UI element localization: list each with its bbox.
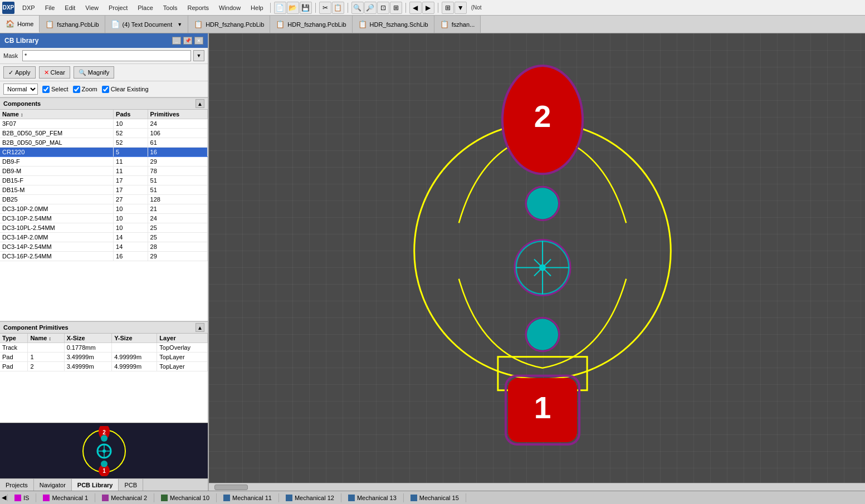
forward-icon[interactable]: ▶: [422, 2, 434, 14]
panel-minimize-btn[interactable]: _: [172, 37, 181, 45]
panel-close-btn[interactable]: ×: [194, 37, 203, 45]
table-row[interactable]: DC3-14P-2.54MM 14 28: [0, 242, 208, 252]
menu-reports[interactable]: Reports: [183, 3, 213, 12]
prim-col-xsize[interactable]: X-Size: [64, 334, 112, 343]
tab-home[interactable]: 🏠 Home: [0, 16, 40, 33]
tab-fszhang-pcblib[interactable]: 📋 fszhang.PcbLib: [40, 16, 105, 33]
layer-tab-mechanical-11[interactable]: Mechanical 11: [217, 493, 279, 502]
layer-tab-mechanical-15[interactable]: Mechanical 15: [404, 493, 466, 502]
primitives-row[interactable]: Pad 1 3.49999m 4.99999m TopLayer: [0, 353, 208, 362]
layer-tab-label: Mechanical 2: [111, 495, 147, 501]
tab-hdr-pcblib-1[interactable]: 📋 HDR_fszhang.PcbLib: [188, 16, 270, 33]
copy-icon[interactable]: 📋: [332, 2, 344, 14]
col-primitives[interactable]: Primitives: [148, 110, 207, 119]
menu-help[interactable]: Help: [246, 3, 268, 12]
table-row[interactable]: DC3-16P-2.54MM 16 29: [0, 252, 208, 261]
select-checkbox[interactable]: [42, 86, 50, 93]
col-pads[interactable]: Pads: [114, 110, 148, 119]
cut-icon[interactable]: ✂: [319, 2, 331, 14]
zoom-fit-icon[interactable]: ⊡: [377, 2, 389, 14]
layer-tab-mechanical-1[interactable]: Mechanical 1: [36, 493, 95, 502]
menu-view[interactable]: View: [81, 3, 103, 12]
clear-existing-checkbox[interactable]: [102, 86, 109, 93]
mode-dropdown[interactable]: Normal: [3, 84, 38, 95]
prim-col-ysize[interactable]: Y-Size: [112, 334, 157, 343]
grid-icon[interactable]: ⊞: [442, 2, 454, 14]
select-checkbox-label[interactable]: Select: [42, 86, 69, 93]
menu-project[interactable]: Project: [104, 3, 132, 12]
layer-tab-mechanical-13[interactable]: Mechanical 13: [341, 493, 404, 502]
table-row[interactable]: DB15-M 17 51: [0, 185, 208, 195]
zoom-checkbox[interactable]: [73, 86, 80, 93]
components-scroll-up[interactable]: ▲: [196, 99, 204, 108]
panel-tab-navigator[interactable]: Navigator: [34, 479, 72, 491]
cell-name: DB15-M: [0, 185, 114, 195]
layer-scroll-left[interactable]: ◀: [0, 494, 8, 501]
menu-edit[interactable]: Edit: [60, 3, 80, 12]
preview-svg: 2 1: [71, 426, 138, 476]
canvas-area[interactable]: 2 1: [209, 33, 865, 491]
prim-cell-type: Pad: [0, 362, 28, 371]
components-table-wrapper[interactable]: Name ↕ Pads Primitives 3F07 10 24 B2B_0D…: [0, 110, 208, 321]
mask-input[interactable]: [22, 50, 191, 61]
primitives-row[interactable]: Pad 2 3.49999m 4.99999m TopLayer: [0, 362, 208, 371]
clear-existing-label: Clear Existing: [111, 86, 149, 92]
table-row[interactable]: DB15-F 17 51: [0, 176, 208, 185]
table-row[interactable]: DB25 27 128: [0, 195, 208, 204]
open-icon[interactable]: 📂: [287, 2, 299, 14]
back-icon[interactable]: ◀: [409, 2, 422, 14]
primitives-table-wrapper[interactable]: Type Name ↕ X-Size Y-Size Layer Track 0.…: [0, 334, 208, 423]
zoom-checkbox-label[interactable]: Zoom: [73, 86, 97, 93]
table-row[interactable]: DC3-10PL-2.54MM 10 25: [0, 223, 208, 233]
table-row[interactable]: DC3-14P-2.0MM 14 25: [0, 233, 208, 242]
table-row[interactable]: CR1220 5 16: [0, 148, 208, 157]
tab-hdr-schlib[interactable]: 📋 HDR_fszhang.SchLib: [353, 16, 434, 33]
layer-tab-is[interactable]: IS: [8, 493, 36, 502]
h-scrollbar-thumb[interactable]: [214, 485, 248, 490]
table-row[interactable]: DC3-10P-2.0MM 10 21: [0, 204, 208, 214]
cell-pads: 16: [114, 252, 148, 261]
table-row[interactable]: DB9-M 11 78: [0, 167, 208, 176]
panel-tab-pcb[interactable]: PCB: [119, 479, 143, 491]
prim-col-type[interactable]: Type: [0, 334, 28, 343]
zoom-in-icon[interactable]: 🔍: [351, 2, 364, 14]
col-name[interactable]: Name ↕: [0, 110, 114, 119]
save-icon[interactable]: 💾: [300, 2, 312, 14]
tab-text-dropdown[interactable]: ▼: [177, 22, 182, 27]
menu-file[interactable]: File: [41, 3, 60, 12]
new-icon[interactable]: 📄: [274, 2, 286, 14]
tab-text-document[interactable]: 📄 (4) Text Document ▼: [105, 16, 189, 33]
menu-window[interactable]: Window: [214, 3, 245, 12]
table-row[interactable]: DB9-F 11 29: [0, 157, 208, 167]
horizontal-scrollbar[interactable]: [209, 483, 865, 491]
prim-col-name[interactable]: Name ↕: [28, 334, 64, 343]
grid-dropdown-icon[interactable]: ▼: [455, 2, 467, 14]
table-row[interactable]: B2B_0D50_50P_FEM 52 106: [0, 129, 208, 138]
tab-hdr-pcblib-2[interactable]: 📋 HDR_fszhang.PcbLib: [270, 16, 352, 33]
svg-point-19: [527, 188, 558, 219]
menu-dxp[interactable]: DXP: [18, 3, 40, 12]
panel-tab-projects[interactable]: Projects: [0, 479, 34, 491]
prim-col-layer[interactable]: Layer: [157, 334, 208, 343]
layer-tab-mechanical-12[interactable]: Mechanical 12: [279, 493, 341, 502]
panel-tab-pcb-library[interactable]: PCB Library: [72, 479, 119, 491]
table-row[interactable]: B2B_0D50_50P_MAL 52 61: [0, 138, 208, 148]
clear-existing-checkbox-label[interactable]: Clear Existing: [102, 86, 149, 93]
mask-dropdown[interactable]: ▼: [193, 50, 204, 61]
menu-tools[interactable]: Tools: [159, 3, 182, 12]
layer-tab-mechanical-2[interactable]: Mechanical 2: [95, 493, 154, 502]
apply-button[interactable]: ✓ Apply: [3, 66, 36, 79]
magnify-button[interactable]: 🔍 Magnify: [74, 66, 115, 79]
zoom-out-icon[interactable]: 🔎: [364, 2, 377, 14]
table-row[interactable]: DC3-10P-2.54MM 10 24: [0, 214, 208, 223]
clear-button[interactable]: ✕ Clear: [39, 66, 70, 79]
primitives-row[interactable]: Track 0.1778mm TopOverlay: [0, 343, 208, 353]
panel-pin-btn[interactable]: 📌: [183, 37, 192, 45]
menu-place[interactable]: Place: [133, 3, 158, 12]
table-row[interactable]: 3F07 10 24: [0, 119, 208, 129]
tab-fszhan[interactable]: 📋 fszhan...: [434, 16, 481, 33]
primitives-scroll-up[interactable]: ▲: [196, 323, 204, 332]
layer-tab-mechanical-10[interactable]: Mechanical 10: [154, 493, 217, 502]
prim-cell-layer: TopLayer: [157, 353, 208, 362]
zoom-area-icon[interactable]: ⊞: [390, 2, 402, 14]
